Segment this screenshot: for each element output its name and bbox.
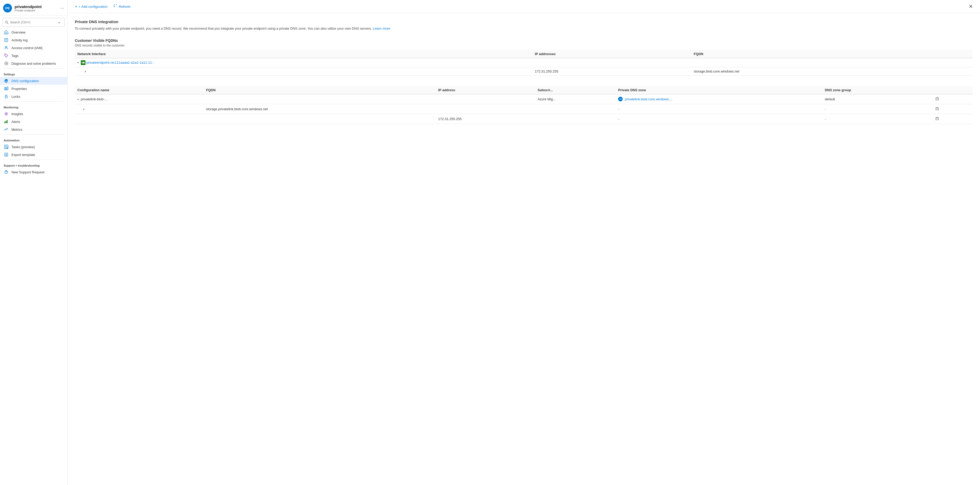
col-network-interface: Network Interface <box>75 50 532 58</box>
tags-icon <box>4 54 9 58</box>
sidebar-item-export[interactable]: Export template <box>0 151 67 158</box>
sidebar-item-locks[interactable]: Locks <box>0 93 67 101</box>
learn-more-link[interactable]: Learn more <box>373 27 390 30</box>
ip-grandchild-cell: 172.31.255.255 <box>436 114 535 124</box>
nic-parent-cell: ▾ privateendpoint.nic111aaaa1-a1a1-1a11-… <box>75 58 532 67</box>
delete-cell <box>931 94 973 104</box>
add-configuration-button[interactable]: + + Add configuration <box>73 3 110 10</box>
activity-icon <box>4 38 9 42</box>
dns-zone-link[interactable]: privatelink.blob.core.windows.... <box>625 97 673 101</box>
config-name-child: ▾ <box>75 104 204 114</box>
customer-fqdn-section: Customer Visible FQDNs DNS records visib… <box>75 38 973 76</box>
locks-icon <box>4 94 9 99</box>
table-row: ▾ privateendpoint.nic111aaaa1-a1a1-1a11-… <box>75 58 973 67</box>
table-row: 172.31.255.255 - - <box>75 114 973 124</box>
close-button[interactable]: ✕ <box>967 3 975 10</box>
delete-button[interactable] <box>934 96 940 102</box>
sidebar-item-insights[interactable]: Insights <box>0 110 67 118</box>
dns-zone-icon: DNS <box>618 97 623 101</box>
chevron-down-icon[interactable]: ▾ <box>78 98 79 101</box>
plus-icon: + <box>75 4 77 9</box>
delete-grandchild-cell <box>931 114 973 124</box>
sidebar-title-block: privatendpoint Private endpoint <box>14 5 58 12</box>
main-content: + + Add configuration Refresh ✕ Private … <box>68 0 980 485</box>
private-dns-desc: To connect privately with your private e… <box>75 26 973 31</box>
overview-icon <box>4 30 9 34</box>
svg-rect-12 <box>7 87 8 90</box>
sidebar-item-properties[interactable]: Properties <box>0 85 67 93</box>
svg-rect-11 <box>6 88 7 90</box>
col-dns-zone-group: DNS zone group <box>822 86 931 94</box>
sidebar-item-diagnose[interactable]: Diagnose and solve problems <box>0 59 67 67</box>
sidebar-item-iam[interactable]: Access control (IAM) <box>0 44 67 52</box>
chevron-down-indent[interactable]: ▾ <box>85 69 87 73</box>
sidebar-item-tags[interactable]: Tags <box>0 52 67 59</box>
sidebar-item-label: Activity log <box>11 38 27 42</box>
sidebar-item-alerts[interactable]: Alerts <box>0 118 67 126</box>
col-fqdn: FQDN <box>204 86 436 94</box>
metrics-icon <box>4 128 9 131</box>
svg-rect-34 <box>936 98 939 100</box>
svg-rect-13 <box>5 96 7 98</box>
support-section-label: Support + troubleshooting <box>0 161 67 168</box>
sidebar-item-metrics[interactable]: Metrics <box>0 126 67 133</box>
sidebar-item-activity-log[interactable]: Activity log <box>0 36 67 44</box>
sidebar-item-overview[interactable]: Overview <box>0 28 67 36</box>
sidebar-item-new-support[interactable]: New Support Request <box>0 168 67 176</box>
svg-text:DNS: DNS <box>619 99 622 100</box>
config-name-grandchild <box>75 114 204 124</box>
sidebar-item-label: Metrics <box>11 128 22 131</box>
delete-button[interactable] <box>934 106 940 112</box>
automation-divider <box>4 134 64 135</box>
svg-rect-2 <box>5 38 8 41</box>
dns-zone-group-cell: default <box>822 94 931 104</box>
config-name-cell: ▾ privatelink-blob-... <box>75 94 204 104</box>
chevron-child-icon[interactable]: ▾ <box>83 108 84 111</box>
insights-icon <box>4 112 9 116</box>
dns-config-icon: DNS <box>4 79 9 83</box>
col-actions <box>931 86 973 94</box>
customer-fqdn-heading: Customer Visible FQDNs <box>75 38 973 43</box>
subscription-child-cell <box>535 104 616 114</box>
table-row: ▾ 172.31.255.255 storage.blob.core.windo… <box>75 67 973 75</box>
search-input[interactable] <box>10 21 56 24</box>
sidebar-item-label: New Support Request <box>11 170 45 174</box>
automation-section-label: Automation <box>0 136 67 143</box>
monitoring-divider <box>4 101 64 102</box>
delete-button[interactable] <box>934 116 940 122</box>
sidebar-item-label: Properties <box>11 87 27 91</box>
svg-rect-17 <box>6 121 6 123</box>
table-row: ▾ privatelink-blob-... Azure Mig... DNS <box>75 94 973 104</box>
svg-rect-10 <box>5 87 5 90</box>
svg-point-15 <box>6 113 7 114</box>
sidebar-item-label: Alerts <box>11 120 20 124</box>
private-dns-section: Private DNS integration To connect priva… <box>75 19 973 31</box>
svg-rect-42 <box>936 118 939 120</box>
sidebar-item-dns-config[interactable]: DNS DNS configuration <box>0 77 67 85</box>
refresh-button[interactable]: Refresh <box>112 3 133 10</box>
content-area: Private DNS integration To connect priva… <box>68 13 980 485</box>
search-box[interactable]: « <box>3 18 65 27</box>
ip-cell <box>436 94 535 104</box>
ip-child-cell: 172.31.255.255 <box>532 67 691 75</box>
col-private-dns-zone: Private DNS zone <box>616 86 822 94</box>
chevron-down-icon[interactable]: ▾ <box>78 61 79 64</box>
sidebar-item-label: Tasks (preview) <box>11 145 35 149</box>
sidebar-item-label: Overview <box>11 30 25 34</box>
col-config-name: Configuration name <box>75 86 204 94</box>
private-dns-heading: Private DNS integration <box>75 19 973 24</box>
ip-cell <box>532 58 691 67</box>
settings-section-label: Settings <box>0 70 67 77</box>
sidebar-item-label: Insights <box>11 112 23 116</box>
sidebar-item-label: Locks <box>11 95 20 99</box>
col-ip-address: IP address <box>436 86 535 94</box>
customer-fqdn-desc: DNS records visible to the customer <box>75 44 973 47</box>
fqdn-child-cell: storage.blob.core.windows.net <box>691 67 973 75</box>
sidebar-item-label: Access control (IAM) <box>11 46 43 50</box>
nic-link[interactable]: privateendpoint.nic111aaaa1-a1a1-1a11-11… <box>86 61 155 64</box>
more-options-icon[interactable]: ··· <box>60 5 64 11</box>
sidebar-item-tasks[interactable]: Tasks (preview) <box>0 143 67 151</box>
collapse-button[interactable]: « <box>56 19 62 26</box>
fqdn-grandchild-cell <box>204 114 436 124</box>
refresh-icon <box>114 5 118 9</box>
